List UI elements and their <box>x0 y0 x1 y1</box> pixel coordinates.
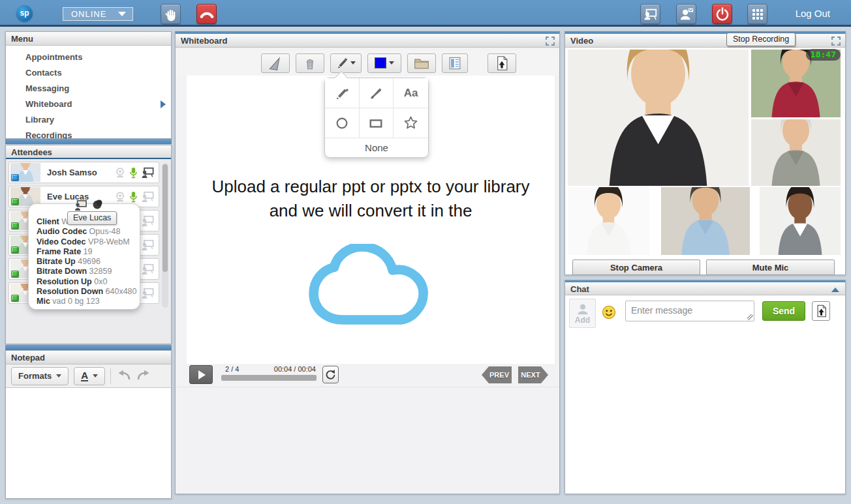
cloud-icon <box>305 244 436 329</box>
emoji-button[interactable] <box>602 305 616 319</box>
draw-tool-dropdown-button[interactable] <box>330 53 362 73</box>
circle-tool[interactable] <box>325 108 360 138</box>
panel-splitter[interactable] <box>5 139 172 144</box>
prev-slide-button[interactable]: PREV <box>482 366 512 383</box>
status-cube <box>11 198 19 205</box>
menu-item-label: Appointments <box>25 52 82 62</box>
attendee-controls <box>114 167 155 179</box>
screen-share-icon[interactable] <box>141 288 155 299</box>
attendees-scrollbar[interactable] <box>162 163 168 308</box>
panel-splitter[interactable] <box>5 345 172 350</box>
formats-dropdown-button[interactable]: Formats <box>11 367 69 385</box>
video-feed[interactable] <box>568 187 649 255</box>
mute-mic-button[interactable]: Mute Mic <box>706 259 835 275</box>
text-tool[interactable]: Aa <box>394 78 428 108</box>
notepad-panel-title: Notepad <box>6 351 171 364</box>
whiteboard-panel-title: Whiteboard <box>176 34 559 48</box>
menu-item[interactable]: Library <box>6 112 171 128</box>
stat-label: Bitrate Up <box>37 257 76 266</box>
logout-link[interactable]: Log Out <box>796 8 830 19</box>
status-dropdown[interactable]: ONLINE <box>63 7 133 21</box>
notepad-editor[interactable] <box>6 388 171 498</box>
undo-icon[interactable] <box>116 368 132 384</box>
screen-share-icon[interactable] <box>141 167 155 179</box>
color-picker-button[interactable] <box>367 53 401 73</box>
send-button[interactable]: Send <box>762 301 805 321</box>
screen-share-icon <box>643 7 658 22</box>
fullscreen-icon[interactable] <box>831 37 841 46</box>
play-button[interactable] <box>189 365 213 384</box>
rectangle-tool[interactable] <box>360 108 394 138</box>
rectangle-icon <box>368 116 384 130</box>
mic-icon[interactable] <box>129 191 138 203</box>
apps-grid-button[interactable] <box>747 4 767 24</box>
report-button[interactable] <box>442 53 468 73</box>
attendees-scrollbar-thumb[interactable] <box>162 164 168 272</box>
star-tool[interactable] <box>394 108 428 138</box>
fullscreen-icon[interactable] <box>546 37 555 46</box>
screen-share-icon[interactable] <box>141 263 155 275</box>
status-cube <box>11 174 19 181</box>
screen-share-icon[interactable] <box>141 239 155 251</box>
stat-value: VP8-WebM <box>88 237 130 246</box>
font-color-button[interactable]: A <box>74 367 105 385</box>
video-feed[interactable] <box>568 50 749 186</box>
upload-presentation-button[interactable] <box>487 53 516 73</box>
video-panel: Video 18:47 Stop Camera Mute Mic <box>565 31 846 275</box>
chevron-down-icon <box>350 61 356 65</box>
menu-item-label: Contacts <box>25 68 62 78</box>
stat-value: Opus-48 <box>89 227 121 236</box>
webcam-icon[interactable] <box>114 168 126 178</box>
menu-item[interactable]: Contacts <box>6 65 171 81</box>
open-library-button[interactable] <box>407 53 436 73</box>
playback-progress-bar[interactable] <box>221 375 317 381</box>
screen-share-button[interactable] <box>640 4 660 24</box>
add-attachment-button[interactable]: Add <box>569 299 596 328</box>
redo-icon[interactable] <box>136 368 151 384</box>
folder-icon <box>414 57 429 70</box>
font-color-label: A <box>81 370 88 381</box>
resize-grip[interactable] <box>747 314 753 320</box>
attendee-row[interactable]: Josh Samso <box>8 162 159 183</box>
video-feed[interactable] <box>760 187 841 255</box>
collapse-chat-icon[interactable] <box>831 288 839 292</box>
pointer-tool-button[interactable] <box>261 53 290 73</box>
menu-item[interactable]: Messaging <box>6 81 171 96</box>
stop-camera-button[interactable]: Stop Camera <box>572 259 700 275</box>
upload-file-icon <box>495 55 509 71</box>
tool-none-option[interactable]: None <box>325 138 428 157</box>
upload-file-button[interactable] <box>812 301 830 321</box>
video-feed[interactable] <box>661 187 750 255</box>
video-title-text: Video <box>570 36 593 46</box>
time-indicator: 00:04 / 00:04 <box>261 365 316 373</box>
next-slide-button[interactable]: NEXT <box>518 366 548 383</box>
stat-label: Client <box>37 217 59 226</box>
stat-label: Resolution Down <box>37 287 103 296</box>
toolbar-separator <box>110 368 111 384</box>
screen-share-icon[interactable] <box>141 191 155 203</box>
raise-hand-button[interactable] <box>161 4 181 24</box>
hand-icon <box>164 7 178 22</box>
menu-item[interactable]: Whiteboard <box>6 96 171 112</box>
video-feed[interactable] <box>751 119 841 186</box>
brush-tool[interactable] <box>360 78 394 108</box>
mic-icon[interactable] <box>129 167 138 179</box>
webcam-icon[interactable] <box>114 192 126 202</box>
invite-contact-button[interactable] <box>676 4 696 24</box>
recording-timer: 18:47 <box>806 49 841 61</box>
menu-list: Appointments Contacts Messaging Whiteboa… <box>6 46 171 143</box>
stat-value: 32859 <box>89 267 112 276</box>
pointer-icon <box>268 55 283 71</box>
avatar <box>10 163 40 182</box>
video-panel-title: Video <box>565 34 845 48</box>
menu-item[interactable]: Appointments <box>6 50 171 65</box>
clear-whiteboard-button[interactable] <box>296 53 324 73</box>
refresh-button[interactable] <box>322 366 339 383</box>
stop-recording-button[interactable] <box>712 4 732 24</box>
message-input[interactable] <box>625 301 754 321</box>
stat-row: Mic vad 0 bg 123 <box>37 297 140 306</box>
stat-value: vad 0 bg 123 <box>52 297 99 306</box>
stop-recording-tooltip: Stop Recording <box>726 33 796 46</box>
hangup-button[interactable] <box>196 4 217 24</box>
screen-share-icon[interactable] <box>141 215 155 227</box>
